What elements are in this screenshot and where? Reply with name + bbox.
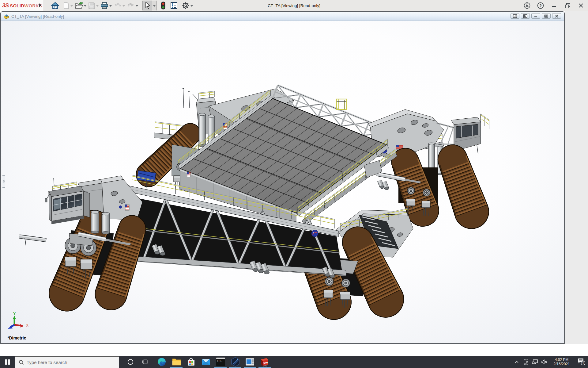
solidworks-2021-icon: SW 2021 [260,357,270,367]
pane-right-button[interactable] [521,13,530,19]
store-button[interactable] [184,356,198,368]
volume-muted-icon [541,359,547,365]
doc-minimize-button[interactable] [531,13,540,19]
redo-caret[interactable] [136,5,138,7]
file-explorer-button[interactable] [169,356,184,368]
restore-icon [564,2,571,9]
open-icon [75,2,83,9]
taskbar-clock[interactable]: 4:02 PM 2/16/2021 [550,358,573,366]
system-tray: 4:02 PM 2/16/2021 2 [512,356,588,368]
view-orientation-label: *Dimetric [7,335,26,340]
nasa-logo [311,230,318,237]
print-caret[interactable] [109,5,112,7]
volume-button[interactable] [540,356,549,368]
user-account-icon [524,2,530,9]
document-titlebar[interactable]: CT_TA [Viewing] [Read-only] [1,12,564,21]
redo-button[interactable] [127,1,135,10]
triad-x-label: X [26,323,28,328]
main-window-background-right [565,11,588,344]
main-titlebar: 3S SOLIDWORKS [0,0,588,11]
brand-solid-text: SOLID [10,3,24,8]
start-button[interactable] [0,356,15,368]
hexagon-app-button[interactable] [228,356,243,368]
triad-y-label: Y [13,311,16,316]
model-svg: YX [1,21,564,343]
task-view-button[interactable] [138,356,153,368]
new-document-caret[interactable] [70,5,73,7]
options-button[interactable] [182,1,190,10]
cmd-button[interactable]: C:\_ [213,356,228,368]
network-icon [532,359,538,365]
save-caret[interactable] [96,5,99,7]
cortana-icon [127,358,134,365]
edge-button[interactable] [154,356,169,368]
doc-minimize-icon [534,14,538,18]
close-button[interactable] [576,1,586,10]
notifications-icon: 2 [577,358,586,366]
restore-button[interactable] [563,1,572,10]
options-caret[interactable] [190,5,193,7]
document-properties-icon [170,2,178,9]
ds-logo-icon: 3S [2,2,9,9]
notification-badge: 2 [582,362,584,365]
open-button[interactable] [75,1,83,10]
open-caret[interactable] [84,5,86,7]
print-button[interactable] [100,1,108,10]
remote-window-app-icon [245,358,254,366]
help-button[interactable]: ? [536,1,545,10]
document-window: CT_TA [Viewing] [Read-only] [0,11,565,344]
save-button[interactable] [88,1,95,10]
home-icon [51,2,59,10]
tray-expand-button[interactable] [512,356,521,368]
doc-restore-button[interactable] [542,13,551,19]
doc-restore-icon [544,14,548,18]
home-button[interactable] [51,1,59,10]
hexagon-3d-app-icon [231,357,240,367]
cortana-button[interactable] [123,356,138,368]
svg-text:SW: SW [263,361,268,364]
panel-splitter-tab[interactable] [2,175,5,188]
select-tool-button[interactable] [142,1,157,10]
taskbar: C:\_ SW 2021 [0,356,588,368]
undo-button[interactable] [114,1,122,10]
pane-left-button[interactable] [511,13,519,19]
document-title: CT_TA [Viewing] [Read-only] [11,14,64,19]
select-cursor-icon [145,2,150,9]
pane-right-icon [523,14,527,18]
edge-icon [157,357,166,366]
store-icon [187,357,195,366]
taskbar-search[interactable] [15,356,119,368]
main-window-background-bottom [0,344,588,356]
graphics-viewport[interactable]: YX *Dimetric [1,21,564,343]
network-button[interactable] [530,356,540,368]
doc-close-button[interactable] [552,13,561,19]
clock-time: 4:02 PM [550,358,573,362]
close-icon [578,2,584,9]
task-view-icon [142,359,148,365]
orientation-triad: YX [8,311,28,329]
windows-logo-icon [5,359,10,365]
user-account-button[interactable] [522,1,532,10]
splitter-dot-icon [3,180,5,182]
svg-text:2021: 2021 [263,364,269,367]
save-icon [88,2,95,9]
svg-text:C:\_: C:\_ [217,360,223,362]
select-tool-caret[interactable] [152,1,156,10]
new-document-button[interactable] [63,1,70,10]
options-gear-icon [182,2,190,10]
remote-window-button[interactable] [243,356,257,368]
undo-caret[interactable] [123,5,125,7]
rebuild-button[interactable] [161,1,165,10]
search-input[interactable] [27,360,103,365]
help-icon: ? [537,2,544,9]
file-explorer-icon [172,358,181,366]
file-properties-button[interactable] [170,1,178,10]
solidworks-app-button[interactable]: SW 2021 [257,356,272,368]
notification-button[interactable]: 2 [575,356,588,368]
toolbar-expand-icon[interactable] [39,3,41,7]
meet-now-button[interactable] [521,356,530,368]
mail-button[interactable] [198,356,213,368]
doc-close-icon [555,14,559,18]
pane-left-icon [513,14,517,18]
minimize-button[interactable] [549,1,559,10]
